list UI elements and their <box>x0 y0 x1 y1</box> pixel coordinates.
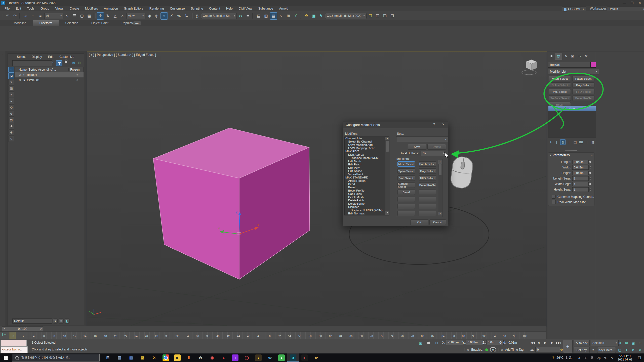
divider[interactable]: | <box>554 140 559 145</box>
toggle-scene-explorer-button[interactable]: ▤ <box>255 13 262 19</box>
taskbar-search-app-icon[interactable]: ⊙ <box>195 353 206 362</box>
taskbar-whale-icon[interactable]: W <box>264 353 276 362</box>
dialog-button-empty[interactable] <box>397 211 415 216</box>
playback-button[interactable]: |◀◀ <box>529 340 536 345</box>
scroll-thumb[interactable] <box>439 164 441 175</box>
pin-stack-button[interactable]: ↧ <box>548 140 553 145</box>
checkbox[interactable]: ✓ <box>552 200 556 204</box>
dialog-button-ffd-select[interactable]: FFD Select <box>419 175 436 181</box>
render-history-icon[interactable]: ❏ <box>374 13 381 19</box>
parameter-value-field[interactable]: 1 <box>572 176 589 181</box>
tray-chevron-icon[interactable]: ∧ <box>576 353 582 362</box>
select-and-move-button[interactable]: ✛ <box>97 12 104 20</box>
modifier-list-item[interactable]: Channel Info <box>345 137 389 140</box>
taskbar-bars-app-icon[interactable]: ⫴ <box>183 353 195 362</box>
task-view-button[interactable]: ⊞ <box>102 353 114 362</box>
divider[interactable] <box>252 13 254 19</box>
reference-coordinate-dropdown[interactable]: View <box>126 13 145 19</box>
taskbar-3dsmax-icon[interactable]: 3 <box>287 353 299 362</box>
menu-item[interactable]: Substance <box>255 6 276 11</box>
menu-item[interactable]: Modifiers <box>82 6 101 11</box>
pan-view-button[interactable]: ✛ <box>623 347 630 353</box>
ribbon-tab-selection[interactable]: Selection <box>59 20 85 26</box>
tab-utilities[interactable]: ⚒ <box>583 53 589 59</box>
menu-item[interactable]: Arnold <box>276 6 291 11</box>
zoom-button[interactable]: ⊕ <box>616 340 623 346</box>
modifier-list-item[interactable]: MAX STANDARD <box>345 176 389 179</box>
set-key-button[interactable]: Set Key <box>574 347 590 353</box>
angle-snap-button[interactable]: ∠ <box>168 13 175 19</box>
filter-xrefs-toggle[interactable]: ✚ <box>8 123 14 129</box>
schematic-view-button[interactable]: ⊞ <box>285 13 292 19</box>
render-history-icon[interactable]: ❏ <box>389 13 396 19</box>
tray-ime-icon[interactable]: A <box>609 353 615 362</box>
list-scrollbar[interactable]: ▲ ▼ <box>385 137 389 215</box>
spinner-snap-button[interactable]: ⇅ <box>183 13 190 19</box>
snap-toggle-3d-button[interactable]: 3 <box>160 12 168 20</box>
ok-button[interactable]: OK <box>410 219 428 225</box>
scroll-up-icon[interactable]: ▲ <box>385 137 389 140</box>
show-end-result-button[interactable]: ▯ <box>560 139 566 145</box>
maximize-viewport-button[interactable]: ⧉ <box>637 347 643 353</box>
modifier-list-item[interactable]: UVW Mapping Clear <box>345 147 389 150</box>
select-and-rotate-button[interactable]: ↻ <box>104 13 111 19</box>
dialog-button-mesh-select[interactable]: Mesh Select <box>397 161 415 167</box>
maxscript-mini-listener-pink[interactable] <box>1 340 27 346</box>
parameter-value-field[interactable]: 1 <box>572 182 589 186</box>
dialog-button-empty[interactable] <box>419 190 436 195</box>
checkbox[interactable]: ✓ <box>552 195 556 199</box>
select-and-place-button[interactable]: ⌂ <box>119 13 126 19</box>
zoom-region-button[interactable]: ▢ <box>616 347 623 353</box>
modifier-list-item[interactable]: Bevel <box>345 186 389 189</box>
zoom-extents-button[interactable]: ▣ <box>630 340 637 346</box>
named-selection-sets-dropdown[interactable]: Create Selection Set <box>201 13 237 19</box>
collapse-tree-icon[interactable]: ⊟ <box>77 60 82 65</box>
menu-item[interactable]: Views <box>52 6 67 11</box>
taskbar-sticky-notes-icon[interactable]: ▨ <box>137 353 148 362</box>
parameter-value-field[interactable]: 0.041m <box>572 171 589 175</box>
cancel-button[interactable]: Cancel <box>429 219 446 225</box>
dialog-title-bar[interactable]: Configure Modifier Sets <box>343 121 448 128</box>
object-color-swatch[interactable] <box>590 62 596 68</box>
dialog-help-button[interactable]: ? <box>433 123 435 126</box>
maxscript-mini-listener[interactable]: MAXScript Mi <box>1 346 28 353</box>
taskbar-file-explorer-icon[interactable]: ▱ <box>310 353 322 362</box>
explorer-row-box001[interactable]: ⊙ ● Box001 ✳ <box>15 72 84 77</box>
taskbar-media-player-icon[interactable]: ▶ <box>172 353 183 362</box>
dialog-button-bevel[interactable]: Bevel <box>397 190 415 195</box>
dialog-close-button[interactable]: ✕ <box>442 123 445 126</box>
modifier-list-item[interactable]: Affect Region <box>345 179 389 183</box>
zoom-extents-all-button[interactable]: ⊡ <box>637 340 643 346</box>
project-folder-dropdown[interactable]: C:\Users\JI...ds Max 2022 <box>325 13 367 19</box>
playback-button[interactable]: |▶ <box>549 340 555 345</box>
menu-item[interactable]: Graph Editors <box>121 6 146 11</box>
dialog-button-patch-select[interactable]: Patch Select <box>419 161 436 167</box>
add-time-tag[interactable]: Add Time Tag <box>505 348 524 351</box>
render-history-icon[interactable]: ❏ <box>367 13 374 19</box>
dialog-button-spline-select[interactable]: SplineSelect <box>397 168 415 174</box>
menu-item[interactable]: Edit <box>13 6 24 11</box>
menu-item[interactable]: Customize <box>167 6 188 11</box>
filter-shapes-toggle[interactable]: ◪ <box>8 73 14 79</box>
scroll-down-icon[interactable]: ▼ <box>385 211 389 215</box>
dialog-button-empty[interactable] <box>419 204 436 209</box>
eye-icon[interactable]: ⊙ <box>18 78 22 82</box>
modifier-list-item[interactable]: Bend <box>345 183 389 186</box>
use-selection-center-button[interactable]: ◎ <box>153 13 160 19</box>
modifier-list-item[interactable]: DeleteSpline <box>345 202 389 205</box>
make-unique-button[interactable]: ◫ <box>573 140 578 145</box>
explorer-column-headers[interactable]: Name (Sorted Ascending) ▲ Frozen <box>15 67 84 72</box>
dialog-button-empty[interactable] <box>419 197 436 202</box>
tray-display-icon[interactable]: ⌸ <box>589 353 595 362</box>
minimize-button[interactable]: — <box>620 1 628 6</box>
parameter-spinner[interactable] <box>589 183 591 185</box>
configure-modifier-sets-button[interactable]: ▦ <box>590 140 595 145</box>
track-bar[interactable]: ⋮∿ 0246810121416182022242628303234363840… <box>0 331 546 339</box>
selection-lock-button[interactable] <box>426 340 432 346</box>
eye-icon[interactable]: ⊙ <box>18 73 22 76</box>
parameter-spinner[interactable] <box>589 161 591 163</box>
taskbar-search-box[interactable]: 검색하려면 여기에 입력하십시오. <box>12 354 100 361</box>
taskbar-x-app-icon[interactable]: ✕ <box>148 353 160 362</box>
filter-lights-toggle[interactable]: ☀ <box>8 79 14 85</box>
time-slider[interactable]: < 0 / 100 > <box>2 326 43 331</box>
